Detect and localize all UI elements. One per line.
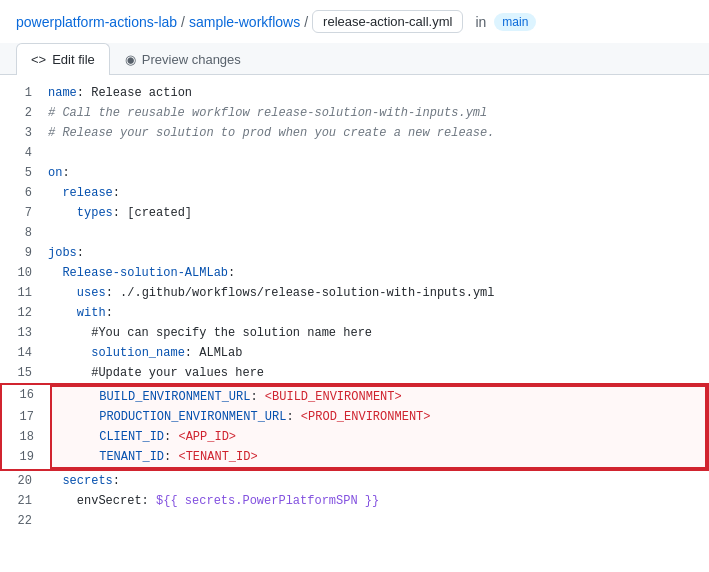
line-content-9[interactable]: jobs: <box>48 243 709 263</box>
line-number-17: 17 <box>2 407 50 427</box>
line-number-22: 22 <box>0 511 48 531</box>
code-line-11: 11 uses: ./.github/workflows/release-sol… <box>0 283 709 303</box>
line-number-12: 12 <box>0 303 48 323</box>
code-line-16: 16 BUILD_ENVIRONMENT_URL: <BUILD_ENVIRON… <box>2 385 707 407</box>
highlighted-block: 16 BUILD_ENVIRONMENT_URL: <BUILD_ENVIRON… <box>0 383 709 471</box>
code-line-8: 8 <box>0 223 709 243</box>
line-content-1[interactable]: name: Release action <box>48 83 709 103</box>
edit-file-icon: <> <box>31 52 46 67</box>
line-number-13: 13 <box>0 323 48 343</box>
separator2: / <box>304 14 308 30</box>
line-content-17[interactable]: PRODUCTION_ENVIRONMENT_URL: <PROD_ENVIRO… <box>50 407 707 427</box>
line-content-20[interactable]: secrets: <box>48 471 709 491</box>
line-number-4: 4 <box>0 143 48 163</box>
code-line-7: 7 types: [created] <box>0 203 709 223</box>
line-content-4[interactable] <box>48 143 709 163</box>
line-number-3: 3 <box>0 123 48 143</box>
line-content-19[interactable]: TENANT_ID: <TENANT_ID> <box>50 447 707 469</box>
line-number-6: 6 <box>0 183 48 203</box>
code-line-15: 15 #Update your values here <box>0 363 709 383</box>
code-line-13: 13 #You can specify the solution name he… <box>0 323 709 343</box>
line-number-8: 8 <box>0 223 48 243</box>
line-number-18: 18 <box>2 427 50 447</box>
code-line-22: 22 <box>0 511 709 531</box>
line-number-14: 14 <box>0 343 48 363</box>
line-content-3[interactable]: # Release your solution to prod when you… <box>48 123 709 143</box>
line-number-15: 15 <box>0 363 48 383</box>
top-bar: powerplatform-actions-lab / sample-workf… <box>0 0 709 43</box>
line-content-6[interactable]: release: <box>48 183 709 203</box>
tab-preview-changes[interactable]: ◉ Preview changes <box>110 43 256 75</box>
line-content-18[interactable]: CLIENT_ID: <APP_ID> <box>50 427 707 447</box>
code-line-5: 5on: <box>0 163 709 183</box>
line-content-14[interactable]: solution_name: ALMLab <box>48 343 709 363</box>
code-line-1: 1name: Release action <box>0 83 709 103</box>
line-content-16[interactable]: BUILD_ENVIRONMENT_URL: <BUILD_ENVIRONMEN… <box>50 385 707 407</box>
line-content-5[interactable]: on: <box>48 163 709 183</box>
code-line-6: 6 release: <box>0 183 709 203</box>
preview-label: Preview changes <box>142 52 241 67</box>
line-number-19: 19 <box>2 447 50 467</box>
code-line-21: 21 envSecret: ${{ secrets.PowerPlatformS… <box>0 491 709 511</box>
in-label: in <box>475 14 486 30</box>
line-number-10: 10 <box>0 263 48 283</box>
code-line-20: 20 secrets: <box>0 471 709 491</box>
line-content-8[interactable] <box>48 223 709 243</box>
repo-link[interactable]: powerplatform-actions-lab <box>16 14 177 30</box>
line-number-2: 2 <box>0 103 48 123</box>
line-content-12[interactable]: with: <box>48 303 709 323</box>
code-line-4: 4 <box>0 143 709 163</box>
line-content-10[interactable]: Release-solution-ALMLab: <box>48 263 709 283</box>
code-line-17: 17 PRODUCTION_ENVIRONMENT_URL: <PROD_ENV… <box>2 407 707 427</box>
editor-container: 1name: Release action2# Call the reusabl… <box>0 75 709 539</box>
line-number-16: 16 <box>2 385 50 405</box>
code-area: 1name: Release action2# Call the reusabl… <box>0 75 709 539</box>
filename-box: release-action-call.yml <box>312 10 463 33</box>
edit-file-label: Edit file <box>52 52 95 67</box>
code-line-12: 12 with: <box>0 303 709 323</box>
code-line-9: 9jobs: <box>0 243 709 263</box>
line-number-1: 1 <box>0 83 48 103</box>
preview-icon: ◉ <box>125 52 136 67</box>
branch-badge: main <box>494 13 536 31</box>
line-content-2[interactable]: # Call the reusable workflow release-sol… <box>48 103 709 123</box>
code-line-14: 14 solution_name: ALMLab <box>0 343 709 363</box>
tabs-bar: <> Edit file ◉ Preview changes <box>0 43 709 75</box>
code-line-10: 10 Release-solution-ALMLab: <box>0 263 709 283</box>
line-content-22[interactable] <box>48 511 709 531</box>
line-content-7[interactable]: types: [created] <box>48 203 709 223</box>
line-number-11: 11 <box>0 283 48 303</box>
tab-edit-file[interactable]: <> Edit file <box>16 43 110 75</box>
line-content-15[interactable]: #Update your values here <box>48 363 709 383</box>
folder-link[interactable]: sample-workflows <box>189 14 300 30</box>
line-content-11[interactable]: uses: ./.github/workflows/release-soluti… <box>48 283 709 303</box>
separator1: / <box>181 14 185 30</box>
code-line-18: 18 CLIENT_ID: <APP_ID> <box>2 427 707 447</box>
line-number-9: 9 <box>0 243 48 263</box>
line-content-21[interactable]: envSecret: ${{ secrets.PowerPlatformSPN … <box>48 491 709 511</box>
line-number-20: 20 <box>0 471 48 491</box>
line-number-21: 21 <box>0 491 48 511</box>
line-content-13[interactable]: #You can specify the solution name here <box>48 323 709 343</box>
code-line-3: 3# Release your solution to prod when yo… <box>0 123 709 143</box>
line-number-5: 5 <box>0 163 48 183</box>
code-line-19: 19 TENANT_ID: <TENANT_ID> <box>2 447 707 469</box>
line-number-7: 7 <box>0 203 48 223</box>
code-line-2: 2# Call the reusable workflow release-so… <box>0 103 709 123</box>
